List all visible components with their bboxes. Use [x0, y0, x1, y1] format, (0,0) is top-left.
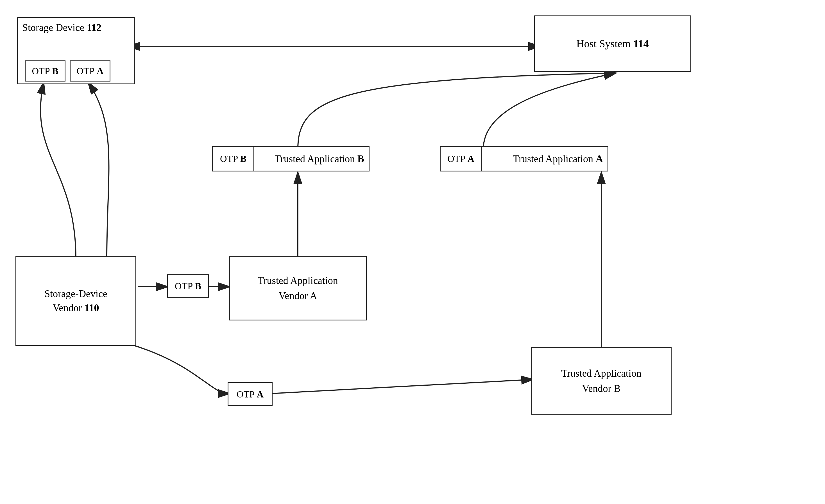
- trusted-app-vendor-a-box: Trusted ApplicationVendor A: [229, 256, 367, 320]
- otp-a-bottom-label: OTP A: [237, 389, 264, 400]
- otp-a-trusted-app-box: OTP A: [440, 146, 482, 171]
- trusted-app-a-label: Trusted Application A: [513, 153, 603, 165]
- otp-b-trusted-app-box: OTP B: [212, 146, 254, 171]
- storage-device-label: Storage Device 112: [22, 22, 101, 33]
- host-system-box: Host System 114: [534, 15, 691, 72]
- otp-b-storage-label: OTP B: [32, 66, 58, 76]
- trusted-app-b-label: Trusted Application B: [275, 153, 364, 165]
- trusted-app-vendor-b-label: Trusted ApplicationVendor B: [561, 366, 642, 396]
- storage-device-vendor-num: 110: [84, 302, 99, 313]
- storage-device-vendor-box: Storage-DeviceVendor 110: [15, 256, 136, 346]
- trusted-app-vendor-b-box: Trusted ApplicationVendor B: [531, 347, 672, 415]
- host-system-label: Host System 114: [576, 38, 649, 50]
- host-system-num: 114: [633, 38, 649, 50]
- otp-b-vendor-box: OTP B: [167, 274, 209, 298]
- otp-a-trusted-app-label: OTP A: [447, 153, 474, 164]
- otp-b-trusted-app-label: OTP B: [220, 153, 246, 164]
- otp-a-bottom-box: OTP A: [228, 382, 273, 406]
- otp-b-storage-box: OTP B: [25, 60, 66, 81]
- storage-device-vendor-label: Storage-DeviceVendor 110: [45, 287, 107, 315]
- otp-a-storage-label: OTP A: [76, 66, 103, 76]
- otp-b-vendor-label: OTP B: [175, 281, 201, 291]
- trusted-app-vendor-a-label: Trusted ApplicationVendor A: [258, 273, 338, 303]
- svg-line-6: [271, 379, 532, 393]
- diagram: Storage Device 112 OTP B OTP A Host Syst…: [0, 0, 825, 504]
- otp-a-storage-box: OTP A: [70, 60, 110, 81]
- storage-device-num: 112: [87, 22, 101, 33]
